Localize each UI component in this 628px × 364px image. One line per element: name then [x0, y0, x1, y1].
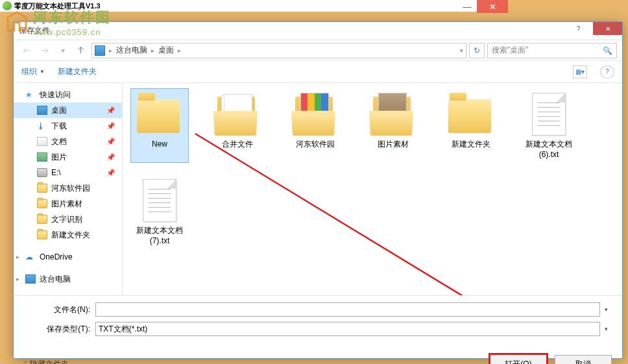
dialog-title: 保存文件: [19, 25, 50, 36]
computer-icon: [25, 274, 36, 284]
file-label: 新建文本文档(7).txt: [134, 226, 186, 246]
view-mode-button[interactable]: ▦▾: [573, 66, 587, 79]
sidebar-label: 河东软件园: [51, 183, 90, 194]
folder-icon: [37, 230, 47, 239]
dialog-close-button[interactable]: ✕: [593, 22, 622, 35]
cancel-button-label: 取消: [575, 359, 591, 365]
breadcrumb-location-icon: [95, 45, 105, 56]
new-folder-label: 新建文件夹: [58, 66, 97, 77]
nav-back-button[interactable]: 🡠: [19, 43, 34, 58]
folder-icon: [137, 99, 180, 133]
pin-icon: 📌: [106, 106, 115, 115]
sidebar-item-folder-imagesrc[interactable]: 图片素材: [14, 196, 122, 212]
document-icon: [37, 137, 47, 146]
app-icon: [3, 1, 12, 10]
file-item-txt7[interactable]: 新建文本文档(7).txt: [130, 175, 189, 249]
pin-icon: 📌: [106, 169, 115, 177]
breadcrumb[interactable]: ▸ 这台电脑 ▸ 桌面 ▸ ▾: [91, 43, 466, 58]
pin-icon: 📌: [106, 138, 115, 146]
folder-icon: [215, 91, 260, 137]
breadcrumb-dropdown-icon[interactable]: ▾: [460, 47, 463, 54]
dialog-body: ★ 快速访问 桌面 📌 ⭳ 下载 📌 文档 📌 图片 📌: [14, 83, 622, 295]
sidebar-item-desktop[interactable]: 桌面 📌: [14, 103, 122, 118]
sidebar-item-folder-hedong[interactable]: 河东软件园: [14, 180, 122, 196]
sidebar-label: 桌面: [51, 105, 67, 116]
chevron-right-icon: ▸: [16, 254, 19, 260]
nav-up-button[interactable]: 🡡: [73, 43, 89, 58]
refresh-button[interactable]: ↻: [469, 43, 485, 58]
parent-minimize-button[interactable]: —: [457, 0, 477, 13]
organize-label: 组织: [21, 66, 37, 77]
folder-icon: [448, 99, 491, 133]
chevron-up-icon: ˄: [24, 361, 27, 364]
parent-window-titlebar: 零度万能文本处理工具V1.3: [0, 0, 506, 12]
save-file-dialog: 保存文件 ? ✕ 🡠 🡢 ▾ 🡡 ▸ 这台电脑 ▸ 桌面 ▸ ▾ ↻ 搜索"桌面…: [13, 21, 623, 359]
filename-input[interactable]: [95, 302, 600, 317]
cancel-button[interactable]: 取消: [555, 355, 612, 364]
organize-menu[interactable]: 组织 ▼: [21, 66, 45, 77]
download-icon: ⭳: [37, 121, 47, 130]
sidebar-label: 快速访问: [40, 90, 71, 101]
file-list-area[interactable]: New 合并文件 河东软件园: [123, 83, 622, 295]
file-label: New: [152, 140, 167, 150]
parent-close-button[interactable]: ✕: [477, 0, 508, 13]
file-item-imagesrc[interactable]: 图片素材: [364, 88, 422, 163]
chevron-down-icon: ▼: [40, 69, 45, 75]
filename-dropdown-icon[interactable]: ▾: [600, 306, 612, 313]
help-button[interactable]: ?: [600, 66, 614, 79]
hide-folders-toggle[interactable]: ˄ 隐藏文件夹: [24, 359, 69, 365]
filetype-value: TXT文档(*.txt): [99, 324, 147, 335]
sidebar-item-quick-access[interactable]: ★ 快速访问: [14, 87, 122, 103]
cloud-icon: ☁: [25, 252, 36, 261]
pictures-icon: [37, 152, 47, 162]
star-icon: ★: [25, 90, 36, 99]
navigation-pane[interactable]: ★ 快速访问 桌面 📌 ⭳ 下载 📌 文档 📌 图片 📌: [14, 83, 123, 295]
sidebar-item-thispc[interactable]: ▸ 这台电脑: [14, 271, 122, 287]
sidebar-label: 图片: [51, 152, 67, 163]
folder-icon: [293, 91, 338, 137]
chevron-right-icon: ▸: [178, 47, 181, 54]
breadcrumb-seg-desktop[interactable]: 桌面: [154, 45, 178, 56]
new-folder-button[interactable]: 新建文件夹: [58, 66, 97, 77]
sidebar-item-drive-e[interactable]: E:\ 📌: [14, 165, 122, 180]
sidebar-item-folder-new[interactable]: 新建文件夹: [14, 227, 122, 243]
pin-icon: 📌: [106, 153, 115, 162]
dialog-titlebar: 保存文件 ? ✕: [14, 22, 622, 40]
file-item-newfolder[interactable]: 新建文件夹: [442, 88, 500, 163]
sidebar-item-pictures[interactable]: 图片 📌: [14, 149, 122, 165]
pin-icon: 📌: [106, 122, 115, 130]
sidebar-label: 这台电脑: [40, 274, 71, 285]
sidebar-label: E:\: [51, 168, 61, 177]
drive-icon: [37, 168, 47, 177]
sidebar-label: 下载: [51, 121, 67, 132]
file-item-new[interactable]: New: [130, 88, 189, 163]
open-button-label: 打开(O): [505, 359, 531, 365]
nav-forward-button[interactable]: 🡢: [37, 43, 53, 58]
file-item-merge[interactable]: 合并文件: [208, 88, 267, 163]
dialog-help-button[interactable]: ?: [564, 22, 593, 35]
file-item-hedong[interactable]: 河东软件园: [286, 88, 344, 163]
folder-icon: [37, 184, 47, 193]
sidebar-item-folder-ocr[interactable]: 文字识别: [14, 212, 122, 227]
text-file-icon: [532, 93, 566, 136]
search-placeholder: 搜索"桌面": [492, 45, 529, 56]
sidebar-label: 图片素材: [51, 199, 82, 210]
open-button[interactable]: 打开(O): [489, 353, 548, 364]
sidebar-label: 文字识别: [51, 214, 82, 225]
sidebar-label: 新建文件夹: [51, 230, 90, 241]
filetype-label: 保存类型(T):: [40, 324, 95, 335]
sidebar-item-onedrive[interactable]: ▸ ☁ OneDrive: [14, 249, 122, 265]
sidebar-label: OneDrive: [40, 252, 73, 261]
nav-recent-dropdown[interactable]: ▾: [55, 43, 71, 58]
search-input[interactable]: 搜索"桌面" 🔍: [487, 43, 617, 58]
chevron-right-icon: ▸: [16, 276, 19, 282]
file-item-txt6[interactable]: 新建文本文档(6).txt: [520, 88, 578, 163]
bottom-panel: 文件名(N): ▾ 保存类型(T): TXT文档(*.txt) ▾: [14, 295, 622, 346]
filetype-select[interactable]: TXT文档(*.txt): [95, 322, 600, 336]
breadcrumb-seg-thispc[interactable]: 这台电脑: [112, 45, 151, 56]
sidebar-item-downloads[interactable]: ⭳ 下载 📌: [14, 118, 122, 134]
file-label: 图片素材: [378, 140, 409, 150]
filetype-dropdown-icon[interactable]: ▾: [600, 326, 612, 332]
hide-folders-label: 隐藏文件夹: [30, 359, 69, 365]
sidebar-item-documents[interactable]: 文档 📌: [14, 134, 122, 149]
